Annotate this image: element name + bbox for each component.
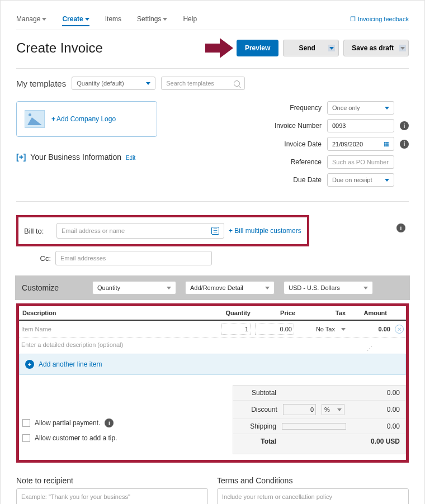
- discount-unit-select[interactable]: %: [322, 404, 344, 415]
- item-amount: 0.00: [348, 323, 393, 335]
- total-value: 0.00 USD: [352, 438, 400, 445]
- search-icon: [234, 80, 240, 87]
- item-name-input[interactable]: Item Name: [19, 323, 219, 335]
- edit-business-info-link[interactable]: Edit: [126, 155, 135, 161]
- chevron-down-icon: [337, 408, 342, 411]
- chevron-down-icon: [265, 287, 270, 289]
- customize-quantity-select[interactable]: Quantity: [92, 281, 176, 294]
- page-title: Create Invoice: [16, 40, 205, 56]
- subtotal-value: 0.00: [352, 389, 400, 397]
- note-title: Note to recipient: [16, 476, 208, 485]
- shipping-input[interactable]: [282, 423, 346, 430]
- contacts-icon[interactable]: ☰: [211, 227, 219, 235]
- item-tax-select[interactable]: No Tax: [300, 326, 346, 332]
- line-items-section: Description Quantity Price Tax Amount It…: [16, 303, 409, 463]
- cc-input[interactable]: Email addresses: [55, 251, 212, 265]
- invoice-number-input[interactable]: 0093: [327, 119, 394, 132]
- tip-label: Allow customer to add a tip.: [35, 434, 117, 442]
- save-draft-button[interactable]: Save as draft: [343, 40, 409, 56]
- chevron-down-icon: [85, 18, 89, 21]
- info-icon[interactable]: i: [105, 419, 114, 427]
- bill-to-input[interactable]: Email address or name ☰: [56, 223, 224, 239]
- terms-textarea[interactable]: Include your return or cancellation poli…: [217, 488, 409, 504]
- bill-to-label: Bill to:: [24, 227, 52, 235]
- invoice-date-input[interactable]: 21/09/2020▦: [327, 137, 394, 151]
- col-tax: Tax: [295, 310, 346, 316]
- chevron-down-icon: [341, 328, 346, 331]
- resize-handle-icon: ⋰: [367, 345, 372, 351]
- chevron-down-icon: [167, 287, 171, 289]
- templates-label: My templates: [16, 79, 66, 88]
- note-textarea[interactable]: Example: "Thank you for your business": [16, 488, 208, 504]
- template-select[interactable]: Quantity (default): [72, 77, 155, 90]
- col-description: Description: [21, 310, 217, 316]
- info-icon[interactable]: i: [400, 140, 409, 149]
- discount-input[interactable]: 0: [283, 404, 316, 415]
- reference-input[interactable]: Such as PO Number: [327, 155, 394, 169]
- send-button[interactable]: Send: [283, 40, 339, 56]
- add-line-item-button[interactable]: + Add another line item: [19, 354, 406, 375]
- partial-payment-label: Allow partial payment.: [35, 419, 100, 427]
- item-qty-input[interactable]: 1: [221, 324, 251, 335]
- chevron-down-icon: [385, 107, 389, 110]
- total-label: Total: [239, 438, 276, 445]
- expand-toggle[interactable]: [+]: [16, 153, 26, 161]
- plus-circle-icon: +: [25, 360, 34, 369]
- nav-settings[interactable]: Settings: [137, 12, 167, 26]
- col-price: Price: [251, 310, 295, 316]
- customize-detail-select[interactable]: Add/Remove Detail: [185, 281, 275, 294]
- due-date-select[interactable]: Due on receipt: [327, 173, 394, 187]
- customize-bar: Customize Quantity Add/Remove Detail USD…: [15, 275, 410, 300]
- customize-label: Customize: [22, 283, 83, 292]
- chevron-down-icon: [385, 179, 389, 182]
- shipping-amount: 0.00: [352, 422, 400, 430]
- chat-icon: ❐: [350, 16, 356, 23]
- template-search-input[interactable]: Search templates: [161, 77, 245, 90]
- chevron-down-icon: [363, 287, 368, 289]
- discount-amount: 0.00: [350, 406, 400, 413]
- reference-label: Reference: [260, 158, 322, 166]
- discount-label: Discount: [239, 406, 277, 413]
- bill-multiple-link[interactable]: + Bill multiple customers: [229, 227, 301, 235]
- subtotal-label: Subtotal: [239, 389, 276, 397]
- shipping-label: Shipping: [239, 422, 276, 430]
- invoice-number-label: Invoice Number: [260, 122, 322, 130]
- chevron-down-icon: [42, 18, 46, 21]
- terms-title: Terms and Conditions: [217, 476, 409, 485]
- arrow-right-icon: [205, 38, 233, 58]
- frequency-label: Frequency: [260, 104, 322, 112]
- image-placeholder-icon: [25, 110, 45, 128]
- frequency-select[interactable]: Once only: [327, 101, 394, 115]
- invoice-date-label: Invoice Date: [260, 140, 322, 148]
- svg-marker-0: [205, 38, 233, 58]
- item-description-input[interactable]: Enter a detailed description (optional)⋰: [19, 338, 406, 354]
- due-date-label: Due Date: [260, 176, 322, 184]
- customize-currency-select[interactable]: USD - U.S. Dollars: [284, 281, 373, 294]
- nav-items[interactable]: Items: [105, 12, 121, 26]
- chevron-down-icon: [163, 18, 167, 21]
- business-info-row: [+] Your Business Information Edit: [16, 153, 157, 161]
- nav-help[interactable]: Help: [183, 12, 197, 26]
- chevron-down-icon: [146, 82, 150, 85]
- partial-payment-checkbox[interactable]: [22, 419, 30, 427]
- col-amount: Amount: [346, 310, 390, 316]
- item-price-input[interactable]: 0.00: [255, 324, 294, 335]
- preview-button[interactable]: Preview: [237, 40, 278, 56]
- info-icon[interactable]: i: [396, 224, 405, 232]
- nav-manage[interactable]: Manage: [16, 12, 46, 26]
- top-navigation: Manage Create Items Settings Help ❐ Invo…: [16, 12, 409, 30]
- line-item-row: Item Name 1 0.00 No Tax 0.00 ✕: [19, 321, 406, 338]
- add-company-logo[interactable]: +Add Company Logo: [16, 101, 157, 137]
- cc-label: Cc:: [16, 254, 51, 263]
- tip-checkbox[interactable]: [22, 434, 30, 442]
- bill-to-section: Bill to: Email address or name ☰ + Bill …: [16, 215, 309, 246]
- nav-create[interactable]: Create: [62, 12, 89, 26]
- info-icon[interactable]: i: [400, 121, 409, 130]
- col-quantity: Quantity: [217, 310, 251, 316]
- plus-icon: +: [51, 115, 55, 123]
- feedback-link[interactable]: ❐ Invoicing feedback: [350, 16, 409, 23]
- delete-row-icon[interactable]: ✕: [395, 325, 404, 334]
- calendar-icon: ▦: [384, 140, 389, 148]
